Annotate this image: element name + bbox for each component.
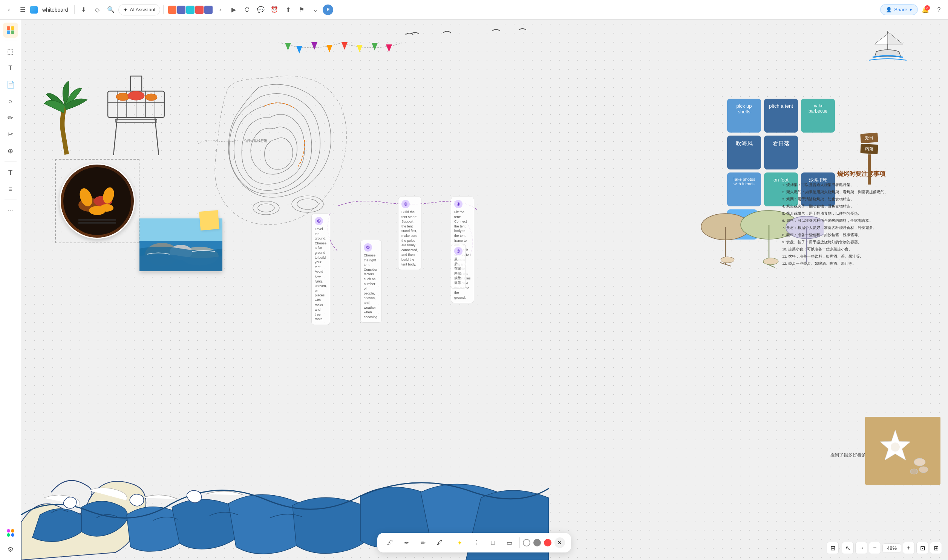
sidebar-item-frame[interactable]: ⬚: [3, 44, 18, 59]
flag-button[interactable]: ⚑: [295, 4, 307, 16]
card-make-barbecue[interactable]: make barbecue: [801, 98, 835, 132]
import-button[interactable]: ⬆: [282, 4, 294, 16]
svg-line-12: [155, 117, 159, 155]
tent-step-5: ⑤ 最后，在篷内摆放垫褥等: [451, 244, 466, 289]
sidebar-item-shapes[interactable]: ○: [3, 94, 18, 109]
card-take-photos[interactable]: Take photos with friends: [727, 172, 761, 206]
svg-rect-26: [115, 119, 157, 122]
svg-point-25: [145, 94, 157, 100]
food-photo: [60, 163, 135, 239]
fit-to-screen-button[interactable]: ⊡: [916, 542, 928, 554]
share-button[interactable]: 👤 Share ▾: [880, 4, 918, 15]
zoom-controls: ⊞ ↖ → − 48% + ⊡ ⊞: [827, 542, 942, 554]
chevron-left-button[interactable]: ‹: [214, 4, 226, 16]
palm-tree: [42, 75, 91, 160]
sidebar-item-colorful[interactable]: [3, 525, 18, 540]
marker-tool[interactable]: 🖍: [433, 536, 447, 549]
ink-pen-tool[interactable]: 🖊: [383, 536, 397, 549]
tent-step-3: ③ Build the tent stand: Support the tent…: [398, 197, 422, 270]
timer-button[interactable]: ⏱: [241, 4, 253, 16]
svg-point-36: [100, 204, 113, 212]
notification-button[interactable]: 🔔 3: [919, 4, 931, 16]
app-icon: [30, 6, 38, 14]
sign-arrow-2: 内落: [860, 144, 878, 154]
back-button[interactable]: ‹: [3, 4, 15, 16]
ai-assistant-button[interactable]: ✦ AI Assistant: [118, 4, 161, 15]
calligraphy-tool[interactable]: ✒: [400, 536, 414, 549]
card-blow-sea-breeze[interactable]: 吹海风: [727, 135, 761, 169]
app-icons-group: [168, 6, 213, 14]
zoom-level-display[interactable]: 48%: [882, 543, 901, 553]
divider-2: [163, 5, 164, 14]
top-toolbar: ‹ ☰ whiteboard ⬇ ◇ 🔍 ✦ AI Assistant ‹ ▶ …: [0, 0, 948, 20]
left-sidebar: ⬚ T 📄 ○ ✏ ✂ ⊕ T ≡ ··· ⚙: [0, 20, 21, 560]
pan-right-button[interactable]: →: [855, 542, 867, 554]
cursor-button[interactable]: ↖: [842, 542, 854, 554]
svg-point-23: [116, 93, 130, 100]
card-pick-up-shells[interactable]: pick up shells: [727, 98, 761, 132]
settings-panel-button[interactable]: ⊞: [827, 542, 839, 554]
svg-marker-2: [311, 42, 317, 50]
ocean-photo[interactable]: [139, 218, 222, 271]
birds-decoration: [330, 27, 556, 51]
menu-button[interactable]: ☰: [17, 4, 29, 16]
pencil-tool[interactable]: ✏: [417, 536, 430, 549]
color-white[interactable]: [523, 539, 530, 546]
boat-sketch: [857, 27, 918, 66]
highlighter-tool[interactable]: ✦: [453, 536, 467, 549]
eraser-tool[interactable]: □: [486, 536, 500, 549]
bbq-notes-block: 烧烤时要注意事项 1. 烧烤架：可以是普通火烧架或者电烤架。 2. 聚火燃气：如…: [782, 170, 940, 267]
sidebar-item-pen[interactable]: ✏: [3, 110, 18, 125]
app-icon-3: [186, 6, 195, 14]
play-button[interactable]: ▶: [228, 4, 240, 16]
sidebar-item-list[interactable]: ≡: [3, 182, 18, 197]
spray-tool[interactable]: ⋮: [470, 536, 483, 549]
svg-point-24: [128, 91, 144, 100]
whiteboard-title[interactable]: whiteboard: [39, 5, 71, 14]
sidebar-item-add[interactable]: ⊕: [3, 143, 18, 158]
card-pitch-a-tent[interactable]: pitch a tent: [764, 98, 798, 132]
svg-line-11: [113, 117, 117, 155]
color-red[interactable]: [544, 539, 551, 546]
share-chevron-icon: ▾: [909, 7, 912, 12]
user-avatar[interactable]: E: [323, 5, 333, 15]
whiteboard-canvas[interactable]: 沿行进路线行进: [21, 20, 948, 560]
sidebar-item-text[interactable]: T: [3, 61, 18, 76]
more-button[interactable]: ⌄: [309, 4, 321, 16]
sidebar-divider-2: [5, 162, 17, 162]
sidebar-item-multicolor[interactable]: [3, 23, 18, 38]
sidebar-item-text2[interactable]: T: [3, 165, 18, 180]
zoom-in-button[interactable]: +: [903, 542, 915, 554]
clock-button[interactable]: ⏰: [269, 4, 281, 16]
ai-icon: ✦: [123, 7, 128, 13]
sidebar-item-settings[interactable]: ⚙: [3, 542, 18, 557]
sign-arrow-1: 爱日: [860, 132, 878, 143]
card-watch-sunset[interactable]: 看日落: [764, 135, 798, 169]
app-icon-1: [168, 6, 176, 14]
download-button[interactable]: ⬇: [78, 4, 90, 16]
close-toolbar-button[interactable]: ✕: [554, 537, 565, 548]
tag-button[interactable]: ◇: [91, 4, 103, 16]
app-icon-5: [204, 6, 213, 14]
food-photo-frame[interactable]: [55, 159, 139, 243]
grid-view-button[interactable]: ⊞: [930, 542, 942, 554]
share-icon: 👤: [886, 7, 892, 12]
bbq-notes-text: 1. 烧烤架：可以是普通火烧架或者电烤架。 2. 聚火燃气：如果使用架火烧烤架，…: [782, 181, 933, 267]
comment-button[interactable]: 💬: [255, 4, 267, 16]
help-button[interactable]: ?: [933, 4, 945, 16]
sidebar-divider-3: [5, 200, 17, 200]
toolbar-divider-2: [519, 537, 520, 548]
search-button[interactable]: 🔍: [105, 4, 117, 16]
soft-eraser-tool[interactable]: ▭: [503, 536, 516, 549]
bbq-grill-sketch: [96, 69, 176, 160]
sidebar-item-scissors[interactable]: ✂: [3, 127, 18, 142]
zoom-out-button[interactable]: −: [869, 542, 881, 554]
sidebar-item-sticky[interactable]: 📄: [3, 77, 18, 92]
drawing-toolbar: 🖊 ✒ ✏ 🖍 ✦ ⋮ □ ▭ ✕: [377, 533, 571, 552]
sticky-note-yellow[interactable]: [200, 211, 219, 230]
sidebar-item-more[interactable]: ···: [3, 203, 18, 218]
color-dark[interactable]: [533, 539, 541, 546]
sidebar-divider-1: [5, 41, 17, 41]
svg-text:沿行进路线行进: 沿行进路线行进: [244, 139, 267, 143]
svg-marker-9: [888, 32, 903, 44]
